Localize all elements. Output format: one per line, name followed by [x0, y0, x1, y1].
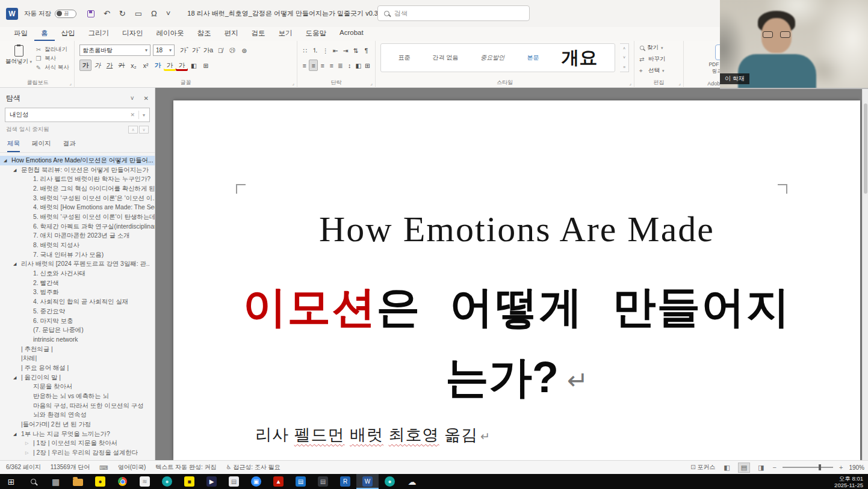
align-right-icon[interactable]: ≡: [318, 60, 327, 71]
nav-item[interactable]: | 주요 용어 해설 |: [0, 363, 155, 373]
menu-tab-도움말[interactable]: 도움말: [299, 27, 333, 41]
web-layout-button[interactable]: ◨: [755, 463, 766, 472]
nav-item[interactable]: 지문을 찾아서: [0, 383, 155, 392]
strikethrough-icon[interactable]: 가: [116, 60, 128, 71]
search-options-caret-icon[interactable]: ▾: [143, 112, 145, 118]
blue-doc-app-icon[interactable]: ▤: [290, 474, 312, 489]
nav-item[interactable]: 4. 사회적인 합의 곧 사회적인 실재: [0, 297, 155, 307]
clear-formatting-icon[interactable]: 가̸: [214, 45, 226, 56]
character-border-icon[interactable]: ⊞: [200, 60, 212, 71]
notes-app-icon[interactable]: ≋: [134, 474, 156, 489]
style-gallery-more-icon[interactable]: ≡: [623, 65, 625, 69]
next-result-button[interactable]: ∨: [139, 126, 149, 134]
text-effects-icon[interactable]: 가: [152, 60, 164, 71]
clear-search-icon[interactable]: ✕: [130, 112, 135, 118]
focus-mode-button[interactable]: ⊡ 포커스: [690, 463, 715, 472]
find-button[interactable]: 찾기 ▾: [639, 43, 683, 52]
menu-tab-삽입[interactable]: 삽입: [55, 27, 82, 41]
subscript-icon[interactable]: x₂: [128, 60, 140, 71]
style-scroll-up-icon[interactable]: ˄: [623, 46, 625, 51]
acrobat-icon[interactable]: ▲: [267, 474, 290, 489]
borders-icon[interactable]: ⊞: [363, 60, 372, 71]
accessibility-status[interactable]: ♿ 접근성: 조사 필요: [226, 463, 280, 472]
decrease-indent-icon[interactable]: ⇤: [330, 45, 341, 56]
kakaotalk-icon[interactable]: ●: [89, 474, 111, 489]
zoom-level[interactable]: 190%: [849, 464, 864, 471]
symbol-icon[interactable]: Ω: [151, 10, 157, 17]
nav-item[interactable]: 7. 애치 마콘마콘한 2023년 글 소개: [0, 232, 155, 241]
menu-tab-보기[interactable]: 보기: [272, 27, 299, 41]
search-input[interactable]: 검색: [377, 5, 530, 21]
nav-item[interactable]: ▷| 2장 | 우리는 우리의 감정을 설계한다: [0, 448, 155, 458]
nav-item[interactable]: 3. 범주화: [0, 288, 155, 298]
styles-dialog-launcher-icon[interactable]: ⌟: [629, 81, 631, 86]
nav-tab-페이지[interactable]: 페이지: [32, 140, 51, 152]
nav-item[interactable]: 1. 리사 펠드먼 배럿이란 학자는 누구인가?: [0, 174, 155, 184]
menu-tab-Acrobat[interactable]: Acrobat: [333, 27, 370, 41]
style-item-중요발언[interactable]: 중요발언: [480, 54, 504, 62]
superscript-icon[interactable]: x²: [140, 60, 152, 71]
copy-button[interactable]: ❐복사: [35, 54, 69, 63]
word-count[interactable]: 113569개 단어: [51, 463, 90, 472]
numbered-list-icon[interactable]: ⒈: [310, 45, 320, 56]
replace-button[interactable]: ⇄ 바꾸기: [639, 55, 683, 64]
task-view-button[interactable]: ▦: [45, 474, 67, 489]
bullet-list-icon[interactable]: ∷: [300, 45, 310, 56]
menu-tab-레이아웃[interactable]: 레이아웃: [150, 27, 191, 41]
change-case-icon[interactable]: 가a: [202, 45, 214, 56]
file-explorer-icon[interactable]: [67, 474, 89, 489]
increase-indent-icon[interactable]: ⇥: [341, 45, 351, 56]
navigation-search-input[interactable]: 내인성 ✕ ▾: [5, 108, 150, 122]
align-center-icon[interactable]: ≡: [309, 60, 318, 71]
redo-icon[interactable]: ↻: [119, 10, 126, 17]
nav-item[interactable]: 3. 배럿의 '구성된 이모션 이론'은 '이모션 이..: [0, 194, 155, 203]
style-scroll-down-icon[interactable]: ˅: [623, 55, 625, 60]
nav-item[interactable]: ◢How Emotions Are Made/이모션은 어떻게 만들어...: [0, 156, 155, 165]
nav-item[interactable]: 5. 중간요약: [0, 307, 155, 316]
document-app-icon[interactable]: ▤: [223, 474, 245, 489]
expand-icon[interactable]: ▷: [25, 451, 33, 455]
nav-item[interactable]: 7. 국내 인터뷰 기사 모음): [0, 250, 155, 260]
text-autocomplete-status[interactable]: 텍스트 자동 완성: 켜짐: [155, 463, 216, 472]
character-shading-icon[interactable]: ◧: [188, 60, 200, 71]
font-size-select[interactable]: 18 ▾: [153, 45, 175, 56]
nav-item[interactable]: ▷| 1장 | 이모션의 지문을 찾아서: [0, 439, 155, 449]
expand-icon[interactable]: ▷: [25, 441, 33, 446]
dark-doc-app-icon[interactable]: ▤: [312, 474, 334, 489]
vertical-scrollbar[interactable]: [862, 88, 868, 460]
kakao-app-icon[interactable]: ■: [178, 474, 200, 489]
underline-icon[interactable]: 가: [104, 60, 116, 71]
collapse-icon[interactable]: ◢: [13, 432, 21, 437]
align-left-icon[interactable]: ≡: [300, 60, 309, 71]
undo-icon[interactable]: ↶: [104, 10, 110, 17]
bold-icon[interactable]: 가: [79, 60, 91, 71]
paragraph-dialog-launcher-icon[interactable]: ⌟: [370, 81, 373, 86]
taskbar-clock[interactable]: 오후 8:01 2025-11-25: [834, 475, 863, 489]
grow-font-icon[interactable]: 가ˆ: [178, 45, 190, 56]
word-icon[interactable]: W: [356, 474, 379, 489]
document-page[interactable]: How Emotions Are Made 이모션은 어떻게 만들어지 는가?↵…: [173, 100, 860, 460]
menu-tab-파일[interactable]: 파일: [7, 27, 34, 41]
highlight-color-icon[interactable]: 가: [164, 60, 176, 71]
nav-tab-결과[interactable]: 결과: [63, 140, 76, 152]
taskbar-search-button[interactable]: [22, 474, 45, 489]
nav-item[interactable]: | 추천의글 |: [0, 345, 155, 354]
collapse-icon[interactable]: ◢: [13, 168, 21, 173]
style-item-본문[interactable]: 본문: [527, 54, 539, 62]
nav-item[interactable]: (7. 문답은 나중에): [0, 325, 155, 335]
chrome-icon[interactable]: [111, 474, 134, 489]
style-item-개요[interactable]: 개요: [561, 49, 597, 67]
menu-tab-디자인[interactable]: 디자인: [116, 27, 150, 41]
media-player-icon[interactable]: ▶: [200, 474, 223, 489]
nav-item[interactable]: ◢리사 배럿의 [2024 푸펜도르프 강연 3일째: 관..: [0, 260, 155, 269]
teal-app2-icon[interactable]: ●: [379, 474, 401, 489]
nav-item[interactable]: 6. 마지막 보충: [0, 316, 155, 326]
proofing-errors-icon[interactable]: ⌨: [99, 464, 108, 471]
menu-tab-홈[interactable]: 홈: [34, 27, 55, 41]
select-button[interactable]: ⌖ 선택 ▾: [639, 66, 683, 75]
zoom-slider[interactable]: [783, 467, 833, 468]
format-painter-button[interactable]: ✎서식 복사: [35, 63, 69, 72]
document-canvas[interactable]: How Emotions Are Made 이모션은 어떻게 만들어지 는가?↵…: [155, 88, 868, 460]
phonetic-guide-icon[interactable]: ㉮: [226, 45, 238, 56]
paste-button[interactable]: 붙여넣기 ▾: [5, 44, 33, 76]
